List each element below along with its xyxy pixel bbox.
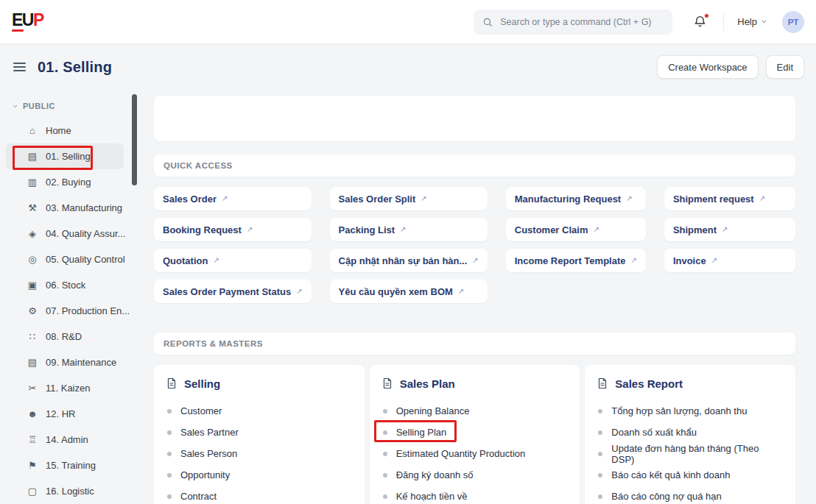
link-bao-cao-ket-qua-kinh-doanh[interactable]: Báo cáo kết quả kinh doanh <box>597 464 784 486</box>
header-spacer-card <box>154 96 795 141</box>
bullet-dot <box>598 452 602 456</box>
link-opportunity[interactable]: Opportunity <box>166 464 353 486</box>
sidebar-item-16-logistic[interactable]: ▢ 16. Logistic <box>6 478 124 504</box>
link-sales-partner[interactable]: Sales Partner <box>166 422 353 443</box>
external-link-arrow-icon: ↗ <box>711 256 717 264</box>
external-link-arrow-icon: ↗ <box>593 225 599 233</box>
external-link-arrow-icon: ↗ <box>759 194 765 202</box>
external-link-arrow-icon: ↗ <box>296 287 302 295</box>
bullet-dot <box>383 452 387 456</box>
sidebar-scrollbar-thumb[interactable] <box>132 94 137 185</box>
bullet-dot <box>167 452 172 456</box>
quick-access-heading: QUICK ACCESS <box>163 161 233 170</box>
sidebar-item-15-training[interactable]: ⚑ 15. Training <box>6 452 124 478</box>
quick-access-cap-nhat-nhan-su-ban-hang[interactable]: Cập nhật nhân sự bán hàn... ↗ <box>330 249 488 272</box>
quick-access-shipment[interactable]: Shipment ↗ <box>664 218 795 241</box>
link-selling-plan[interactable]: Selling Plan <box>381 422 569 443</box>
external-link-arrow-icon: ↗ <box>247 225 253 233</box>
sidebar-item-09-maintenance[interactable]: ▤ 09. Maintenance <box>6 349 124 375</box>
quick-access-yeu-cau-quyen-xem-bom[interactable]: Yêu cầu quyền xem BOM ↗ <box>330 280 488 303</box>
create-workspace-button[interactable]: Create Workspace <box>657 55 758 79</box>
app-window: EUP Help PT <box>0 0 816 504</box>
quick-access-booking-request[interactable]: Booking Request ↗ <box>154 218 312 241</box>
sidebar-section-public[interactable]: PUBLIC <box>12 102 144 110</box>
page-header-actions: Create Workspace Edit <box>657 55 804 79</box>
search-input[interactable] <box>499 16 664 28</box>
external-link-arrow-icon: ↗ <box>222 194 228 202</box>
link-doanh-so-xuat-khau[interactable]: Doanh số xuất khẩu <box>597 422 784 443</box>
quick-access-shipment-request[interactable]: Shipment request ↗ <box>664 187 795 210</box>
quick-access-quotation[interactable]: Quotation ↗ <box>154 249 312 272</box>
manufacturing-icon: ⚒ <box>27 202 38 213</box>
bullet-dot <box>167 409 172 414</box>
navbar-divider <box>723 13 724 31</box>
sidebar-item-14-admin[interactable]: ♖ 14. Admin <box>6 427 124 452</box>
sidebar-item-07-production-engineering[interactable]: ⚙ 07. Production En... <box>6 298 124 324</box>
sidebar-nav: ⌂ Home ▤ 01. Selling ▥ 02. Buying ⚒ 03. … <box>12 118 144 504</box>
sidebar-item-01-selling[interactable]: ▤ 01. Selling <box>6 143 124 169</box>
link-customer[interactable]: Customer <box>166 400 353 422</box>
notifications-button[interactable] <box>693 15 707 29</box>
link-dang-ky-doanh-so[interactable]: Đăng ký doanh số <box>381 464 569 486</box>
external-link-arrow-icon: ↗ <box>630 256 636 264</box>
sidebar-item-02-buying[interactable]: ▥ 02. Buying <box>6 169 124 195</box>
avatar-initials: PT <box>788 18 799 26</box>
card-selling: Selling Customer Sales Partner Sales Per… <box>154 365 365 504</box>
card-sales-report: Sales Report Tổng hợp sản lượng, doanh t… <box>585 365 795 504</box>
sidebar-item-home[interactable]: ⌂ Home <box>6 118 124 143</box>
card-sales-report-header: Sales Report <box>597 375 784 391</box>
link-estimated-quantity-production[interactable]: Estimated Quantity Production <box>381 443 569 464</box>
buying-icon: ▥ <box>27 177 38 188</box>
sidebar-item-05-quality-control[interactable]: ◎ 05. Quality Control <box>6 246 124 272</box>
sidebar-item-11-kaizen[interactable]: ✂ 11. Kaizen <box>6 375 124 401</box>
maintenance-icon: ▤ <box>27 357 38 368</box>
avatar[interactable]: PT <box>782 11 804 33</box>
stock-icon: ▣ <box>27 280 38 291</box>
bullet-dot <box>383 430 387 435</box>
sidebar-section-label: PUBLIC <box>23 102 55 110</box>
bullet-dot <box>167 430 172 435</box>
sidebar-item-08-rnd[interactable]: ∷ 08. R&D <box>6 324 124 349</box>
sidebar-toggle-icon[interactable] <box>12 60 27 74</box>
link-ke-hoach-tien-ve[interactable]: Kế hoạch tiền về <box>381 486 569 504</box>
sidebar-item-12-hr[interactable]: ☻ 12. HR <box>6 401 124 427</box>
link-opening-balance[interactable]: Opening Balance <box>381 400 569 422</box>
card-sales-plan-header: Sales Plan <box>381 375 569 391</box>
external-link-arrow-icon: ↗ <box>213 256 219 264</box>
link-sales-person[interactable]: Sales Person <box>166 443 353 464</box>
sidebar-item-06-stock[interactable]: ▣ 06. Stock <box>6 272 124 298</box>
card-selling-list: Customer Sales Partner Sales Person Oppo… <box>166 400 353 504</box>
logo-main-text: EU <box>12 12 33 29</box>
page-header: 01. Selling Create Workspace Edit <box>0 44 816 90</box>
rnd-icon: ∷ <box>27 331 38 342</box>
quick-access-invoice[interactable]: Invoice ↗ <box>664 249 795 272</box>
quick-access-sales-order-payment-status[interactable]: Sales Order Payment Status ↗ <box>154 280 312 303</box>
quick-access-packing-list[interactable]: Packing List ↗ <box>330 218 488 241</box>
quick-access-manufacturing-request[interactable]: Manufacturing Request ↗ <box>506 187 646 210</box>
app-logo[interactable]: EUP <box>12 12 43 32</box>
quick-access-sales-order-split[interactable]: Sales Order Split ↗ <box>330 187 488 210</box>
quick-access-sales-order[interactable]: Sales Order ↗ <box>154 187 312 210</box>
bullet-dot <box>598 494 602 499</box>
card-sales-report-list: Tổng hợp sản lượng, doanh thu Doanh số x… <box>597 400 784 504</box>
link-tong-hop-san-luong-doanh-thu[interactable]: Tổng hợp sản lượng, doanh thu <box>597 400 784 422</box>
quick-access-customer-claim[interactable]: Customer Claim ↗ <box>506 218 646 241</box>
edit-button[interactable]: Edit <box>766 55 804 79</box>
help-menu[interactable]: Help <box>737 16 767 27</box>
global-search[interactable] <box>474 10 672 35</box>
link-update-don-hang-ban-thang[interactable]: Update đơn hàng bán tháng (Theo DSP) <box>597 443 784 464</box>
page-title: 01. Selling <box>38 59 112 76</box>
card-selling-header: Selling <box>166 375 353 391</box>
sidebar-item-03-manufacturing[interactable]: ⚒ 03. Manufacturing <box>6 195 124 221</box>
selling-icon: ▤ <box>27 151 38 162</box>
bullet-dot <box>598 473 602 478</box>
quick-access-income-report-template[interactable]: Income Report Template ↗ <box>506 249 646 272</box>
bullet-dot <box>383 494 387 499</box>
quality-assurance-icon: ◈ <box>27 228 38 239</box>
help-label: Help <box>737 16 757 27</box>
bullet-dot <box>167 494 172 499</box>
card-sales-plan: Sales Plan Opening Balance Selling Plan … <box>370 365 580 504</box>
link-bao-cao-cong-no-qua-han[interactable]: Báo cáo công nợ quá hạn <box>597 486 784 504</box>
sidebar-item-04-quality-assurance[interactable]: ◈ 04. Quality Assur... <box>6 221 124 246</box>
link-contract[interactable]: Contract <box>166 486 353 504</box>
